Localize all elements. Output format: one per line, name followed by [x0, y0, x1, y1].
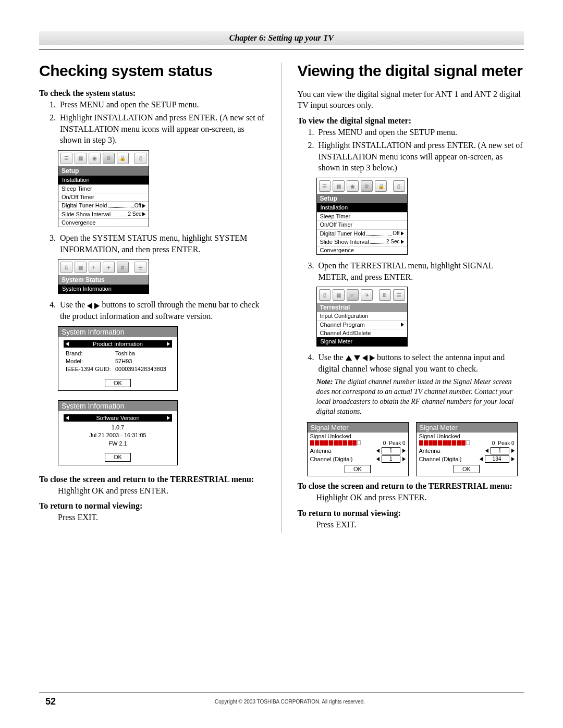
osd-row: Channel Program	[317, 320, 407, 329]
meter-bar	[419, 440, 491, 446]
osd-label: Input Configuration	[320, 313, 369, 319]
osd-icon: ⎙	[319, 289, 331, 301]
step-1: Press MENU and open the SETUP menu.	[58, 99, 266, 110]
arrow-left-icon[interactable]	[376, 449, 380, 453]
text: Use the	[319, 353, 346, 362]
osd-label: Digital Tuner Hold	[62, 202, 107, 209]
arrow-left-icon[interactable]	[485, 449, 488, 453]
osd-icon: ✈	[103, 262, 115, 273]
osd-icon-row: ⎙ ▦ ᯤ ✈ 🗎 ☰	[317, 287, 407, 303]
osd-icon: ᯤ	[347, 289, 359, 301]
arrow-right-icon[interactable]	[402, 449, 406, 453]
osd-label: Installation	[321, 204, 348, 211]
steps-check-4: Use the buttons to scroll through the me…	[39, 299, 266, 322]
meter-zero: 0	[383, 440, 386, 446]
sw-line: 1.0.7	[66, 424, 170, 431]
osd-row: On/Off Timer	[317, 220, 407, 229]
value: 1	[491, 447, 509, 454]
osd-icon-spacer	[131, 262, 132, 273]
right-arrow-icon	[370, 355, 375, 361]
osd-row-highlight: System Information	[58, 285, 149, 293]
arrow-right-icon[interactable]	[511, 449, 515, 453]
osd-icon: ⚙	[361, 180, 373, 192]
ok-button[interactable]: OK	[105, 453, 131, 461]
osd-icon: 🗎	[379, 289, 391, 301]
arrow-right-icon	[401, 323, 404, 327]
ok-button[interactable]: OK	[345, 465, 371, 473]
panel-sub: Software Version	[96, 415, 139, 421]
meter-bar	[310, 440, 382, 446]
osd-icon: ▦	[333, 180, 345, 192]
step-3: Open the SYSTEM STATUS menu, highlight S…	[58, 232, 266, 255]
kv-key: Model:	[66, 357, 115, 365]
footer-rule	[39, 693, 524, 693]
meter-peak: Peak 0	[498, 440, 514, 446]
arrow-right-icon	[142, 204, 145, 208]
osd-icon: 🔒	[117, 153, 129, 164]
panel-subbar: Software Version	[64, 414, 172, 422]
osd-row-highlight: Signal Meter	[317, 337, 407, 346]
h1-signal: Viewing the digital signal meter	[298, 63, 524, 79]
osd-label: Installation	[62, 177, 90, 183]
osd-label: Channel Add/Delete	[320, 330, 371, 337]
osd-icon: ◉	[89, 153, 101, 164]
steps-check-3: Open the SYSTEM STATUS menu, highlight S…	[39, 232, 266, 255]
ok-button[interactable]: OK	[105, 379, 131, 387]
osd-row: Digital Tuner HoldOff	[317, 229, 407, 238]
ok-button[interactable]: OK	[454, 465, 480, 473]
note: Note: The digital channel number listed …	[316, 377, 524, 417]
col-left: Checking system status To check the syst…	[39, 63, 266, 533]
kv-val: 57H93	[115, 357, 132, 365]
text-return: Press EXIT.	[58, 512, 266, 523]
lead-check: To check the system status:	[39, 89, 266, 98]
signal-meter-1: Signal Meter Signal Unlocked 0 Peak 0 An…	[307, 422, 409, 476]
osd-icon: ✈	[361, 289, 373, 301]
value: 1	[382, 455, 400, 463]
label: Antenna	[310, 448, 332, 454]
meter-status: Signal Unlocked	[417, 433, 517, 440]
step-3: Open the TERRESTRIAL menu, highlight SIG…	[316, 260, 524, 282]
osd-icon: ☰	[134, 262, 146, 273]
osd-row: Input Configuration	[317, 312, 407, 320]
step-2: Highlight INSTALLATION and press ENTER. …	[316, 140, 524, 174]
osd-icon: ☰	[60, 153, 72, 164]
osd-icon: ◉	[347, 180, 359, 192]
osd-setup-left: ☰ ▦ ◉ ⚙ 🔒 ⎙ Setup Installation Sleep Tim…	[58, 150, 149, 227]
col-right: Viewing the digital signal meter You can…	[298, 63, 524, 533]
arrow-left-icon[interactable]	[376, 457, 380, 461]
osd-row-highlight: Installation	[58, 176, 149, 184]
arrow-right-icon[interactable]	[402, 457, 406, 461]
arrow-left-icon	[66, 416, 69, 420]
lead-view: To view the digital signal meter:	[298, 116, 524, 126]
lead-close: To close the screen and return to the TE…	[298, 482, 524, 491]
panel-sysinfo-software: System Information Software Version 1.0.…	[58, 400, 178, 465]
osd-icon: 🔒	[375, 180, 387, 192]
osd-label: Channel Program	[320, 322, 365, 328]
osd-label: Signal Meter	[321, 338, 353, 345]
meter-title: Signal Meter	[417, 423, 517, 433]
osd-system-status: ⎙ ▦ ᯤ ✈ 🗎 ☰ System Status System Informa…	[58, 259, 149, 294]
label: Channel (Digital)	[419, 456, 462, 462]
intro: You can view the digital signal meter fo…	[298, 89, 524, 111]
sw-line: FW 2.1	[66, 440, 170, 448]
arrow-right-icon[interactable]	[511, 457, 515, 461]
h1-checking: Checking system status	[39, 63, 266, 79]
kv-val: 0000391428343803	[115, 365, 166, 373]
osd-icon: ᯤ	[89, 262, 101, 273]
arrow-left-icon[interactable]	[480, 457, 483, 461]
osd-icon: 🗎	[117, 262, 129, 273]
kv-val: Toshiba	[115, 350, 135, 357]
left-arrow-icon	[87, 303, 92, 309]
osd-icon-spacer	[375, 289, 376, 301]
note-body: The digital channel number listed in the…	[316, 378, 514, 415]
page-number: 52	[45, 696, 56, 707]
osd-row: Convergence	[58, 218, 149, 227]
osd-icon-spacer	[389, 180, 390, 192]
osd-icon-row: ☰ ▦ ◉ ⚙ 🔒 ⎙	[317, 178, 407, 194]
steps-view: Press MENU and open the SETUP menu. High…	[298, 127, 524, 174]
lead-return: To return to normal viewing:	[39, 501, 266, 511]
value: 134	[485, 455, 509, 463]
panel-sub: Product Information	[93, 341, 143, 347]
osd-title: System Status	[58, 275, 149, 285]
osd-icon-row: ☰ ▦ ◉ ⚙ 🔒 ⎙	[58, 151, 149, 166]
